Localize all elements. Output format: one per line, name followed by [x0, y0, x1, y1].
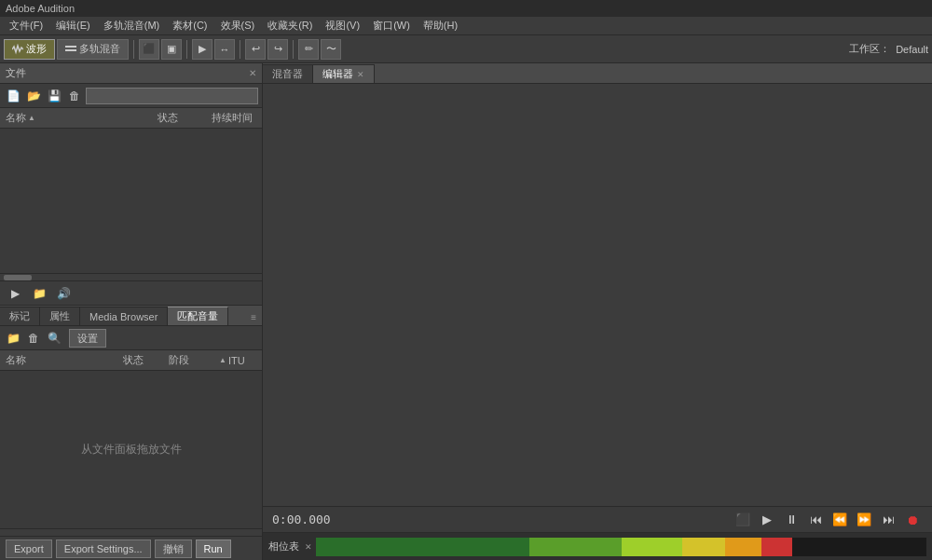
- files-toolbar: 📄 📂 💾 🗑: [0, 84, 262, 108]
- bottom-scrollbar-h[interactable]: [0, 528, 262, 536]
- files-search-input[interactable]: [86, 88, 258, 104]
- phase-seg-5: [725, 538, 761, 556]
- phase-meter-close[interactable]: ✕: [305, 542, 312, 552]
- bottom-col-headers: 名称 状态 阶段 ▲ ITU: [0, 350, 262, 371]
- transport-bar: 0:00.000 ⬛ ▶ ⏸ ⏮ ⏪ ⏩ ⏭ ⏺: [263, 506, 932, 532]
- itu-sort-arrow: ▲: [219, 356, 226, 364]
- menu-clip[interactable]: 素材(C): [167, 17, 212, 34]
- delete-file-btn[interactable]: 🗑: [65, 87, 84, 105]
- toolbar-btn-6[interactable]: ↪: [267, 39, 288, 60]
- fast-forward-btn[interactable]: ⏩: [854, 510, 874, 530]
- left-panel: 文件 ✕ 📄 📂 💾 🗑 名称 ▲ 状态 持续时间: [0, 63, 263, 560]
- toolbar-btn-1[interactable]: ⬛: [139, 39, 159, 60]
- record-btn[interactable]: ⏺: [902, 510, 923, 530]
- files-panel-close[interactable]: ✕: [249, 68, 256, 78]
- settings-button[interactable]: 设置: [69, 329, 106, 348]
- play-btn[interactable]: ▶: [6, 284, 24, 303]
- menu-window[interactable]: 窗口(W): [367, 17, 416, 34]
- toolbar-btn-4[interactable]: ↔: [214, 39, 235, 60]
- run-button[interactable]: Run: [196, 540, 231, 558]
- files-column-headers: 名称 ▲ 状态 持续时间: [0, 108, 262, 129]
- menu-effects[interactable]: 效果(S): [215, 17, 261, 34]
- bottom-col-status-label: 状态: [123, 354, 144, 365]
- export-button[interactable]: Export: [6, 540, 52, 558]
- tab-mixer[interactable]: 混音器: [263, 64, 313, 83]
- files-scrollbar-thumb[interactable]: [4, 275, 32, 280]
- pause-btn[interactable]: ⏸: [781, 510, 802, 530]
- bottom-col-phase-label: 阶段: [169, 354, 189, 365]
- phase-seg-3: [622, 538, 683, 556]
- toolbar-sep-3: [240, 40, 240, 59]
- open-file-btn[interactable]: 📂: [24, 87, 43, 105]
- bottom-search-btn[interactable]: 🔍: [45, 329, 63, 348]
- tabs-bar: 标记 属性 Media Browser 匹配音量 ≡: [0, 306, 262, 326]
- phase-meter-content: [316, 538, 926, 556]
- drag-hint: 从文件面板拖放文件: [81, 442, 182, 458]
- save-file-btn[interactable]: 💾: [45, 87, 63, 105]
- right-panel: 混音器 编辑器 ✕ 0:00.000 ⬛ ▶ ⏸ ⏮ ⏪ ⏩ ⏭ ⏺ 相位表 ✕: [263, 63, 932, 560]
- workspace-name: Default: [896, 44, 928, 55]
- new-file-btn[interactable]: 📄: [4, 87, 22, 105]
- tab-editor[interactable]: 编辑器 ✕: [313, 64, 375, 83]
- bottom-toolbar: 📁 🗑 🔍 设置: [0, 326, 262, 350]
- toolbar-btn-5[interactable]: ↩: [245, 39, 266, 60]
- right-tabs-bar: 混音器 编辑器 ✕: [263, 63, 932, 84]
- toolbar-sep-4: [293, 40, 294, 59]
- menu-favorites[interactable]: 收藏夹(R): [262, 17, 318, 34]
- editor-tab-close[interactable]: ✕: [357, 70, 364, 79]
- col-status-label: 状态: [158, 112, 178, 123]
- bottom-col-name-label: 名称: [6, 354, 26, 365]
- bottom-content: 从文件面板拖放文件: [0, 371, 262, 528]
- step-back-btn[interactable]: ⏮: [805, 510, 826, 530]
- multitrack-icon: [65, 44, 76, 55]
- bottom-col-itu-label: ITU: [228, 355, 245, 366]
- toolbar-smooth-btn[interactable]: 〜: [321, 39, 341, 60]
- menu-file[interactable]: 文件(F): [4, 17, 48, 34]
- phase-meter-title: 相位表: [268, 540, 299, 553]
- toolbar-btn-2[interactable]: ▣: [161, 39, 182, 60]
- waveform-icon: [12, 44, 23, 55]
- files-scrollbar-h[interactable]: [0, 273, 262, 280]
- bottom-new-btn[interactable]: 📁: [4, 329, 22, 348]
- workspace-area: 工作区： Default: [849, 42, 928, 56]
- menu-view[interactable]: 视图(V): [320, 17, 365, 34]
- tabs-menu-btn[interactable]: ≡: [245, 309, 262, 325]
- tab-properties[interactable]: 属性: [40, 307, 80, 325]
- col-name-sort: ▲: [28, 114, 35, 122]
- toolbar-sep-1: [133, 40, 134, 59]
- toolbar-draw-btn[interactable]: ✏: [298, 39, 319, 60]
- loop-btn[interactable]: 🔊: [54, 284, 73, 303]
- col-duration-label: 持续时间: [212, 112, 253, 123]
- open-folder-btn[interactable]: 📁: [30, 284, 48, 303]
- menu-edit[interactable]: 编辑(E): [50, 17, 96, 34]
- waveform-mode-button[interactable]: 波形: [4, 39, 55, 60]
- app-title: Adobe Audition: [6, 3, 75, 14]
- multitrack-mode-button[interactable]: 多轨混音: [57, 39, 129, 60]
- bottom-panel: 标记 属性 Media Browser 匹配音量 ≡ 📁 🗑 🔍 设置 名称 状…: [0, 306, 262, 560]
- menu-help[interactable]: 帮助(H): [418, 17, 463, 34]
- menu-bar: 文件(F) 编辑(E) 多轨混音(M) 素材(C) 效果(S) 收藏夹(R) 视…: [0, 17, 932, 35]
- files-panel-header: 文件 ✕: [0, 63, 262, 84]
- phase-seg-6: [761, 538, 792, 556]
- toolbar: 波形 多轨混音 ⬛ ▣ ▶ ↔ ↩ ↪ ✏ 〜 工作区： Default: [0, 35, 932, 63]
- tab-media-browser[interactable]: Media Browser: [80, 307, 168, 325]
- svg-rect-1: [65, 49, 76, 51]
- play-transport-btn[interactable]: ▶: [757, 510, 777, 530]
- files-footer: ▶ 📁 🔊: [0, 280, 262, 305]
- export-settings-button[interactable]: Export Settings...: [56, 540, 151, 558]
- toolbar-btn-3[interactable]: ▶: [192, 39, 212, 60]
- tab-match-volume[interactable]: 匹配音量: [168, 307, 228, 325]
- menu-multitrack[interactable]: 多轨混音(M): [98, 17, 166, 34]
- stop-btn[interactable]: ⬛: [733, 510, 753, 530]
- step-forward-btn[interactable]: ⏭: [878, 510, 898, 530]
- tab-marks[interactable]: 标记: [0, 307, 40, 325]
- title-bar: Adobe Audition: [0, 0, 932, 17]
- phase-seg-1: [316, 538, 529, 556]
- rewind-btn[interactable]: ⏪: [829, 510, 850, 530]
- cancel-button[interactable]: 撤销: [155, 540, 192, 558]
- phase-meter-bar: 相位表 ✕: [263, 532, 932, 560]
- export-bar: Export Export Settings... 撤销 Run: [0, 536, 262, 560]
- toolbar-sep-2: [186, 40, 187, 59]
- bottom-delete-btn[interactable]: 🗑: [24, 329, 43, 348]
- right-content: [263, 84, 932, 506]
